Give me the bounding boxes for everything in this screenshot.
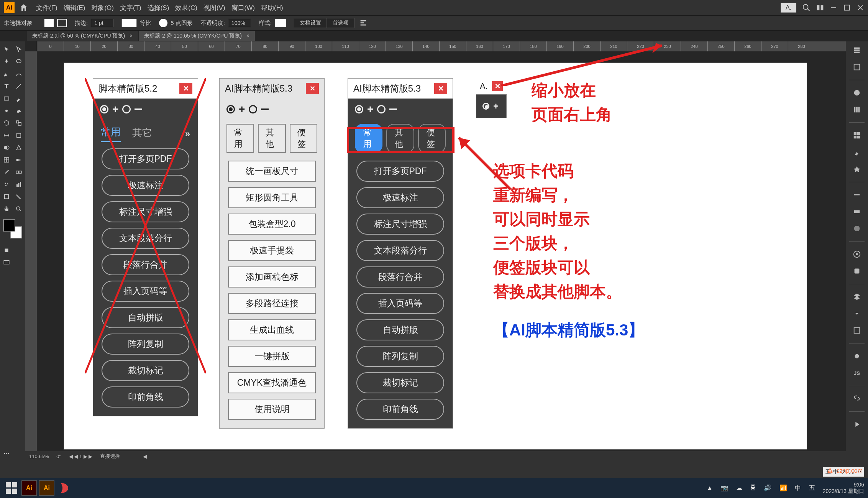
mesh-tool[interactable] xyxy=(1,154,12,166)
brushes-icon[interactable] xyxy=(851,146,863,158)
shaper-tool[interactable] xyxy=(1,105,12,117)
graph-tool[interactable] xyxy=(13,179,25,190)
stroke-panel-icon[interactable] xyxy=(851,189,863,201)
clock[interactable]: 9:06 2023/8/13 星期日 xyxy=(823,482,864,495)
plugin-icon[interactable] xyxy=(851,350,863,362)
script-button[interactable]: 文本段落分行 xyxy=(102,228,189,249)
radio-unchecked[interactable] xyxy=(249,105,257,113)
close-button[interactable]: ✕ xyxy=(492,81,503,91)
fill-swatch[interactable] xyxy=(44,19,54,27)
symbols-icon[interactable] xyxy=(851,163,863,175)
menu-select[interactable]: 选择(S) xyxy=(148,3,169,12)
scale-tool[interactable] xyxy=(13,117,25,129)
layers-icon[interactable] xyxy=(851,291,863,302)
stroke-swatch[interactable] xyxy=(57,19,67,27)
script-button[interactable]: CMYK查找潘通色 xyxy=(228,372,316,393)
direct-selection-tool[interactable] xyxy=(13,44,25,55)
tab-notes[interactable]: 便签 xyxy=(290,124,317,153)
menu-view[interactable]: 视图(V) xyxy=(203,3,225,12)
close-button[interactable]: ✕ xyxy=(179,83,192,94)
color-icon[interactable] xyxy=(851,87,863,99)
script-button[interactable]: 一键拼版 xyxy=(228,346,316,367)
radio-unchecked[interactable] xyxy=(377,105,386,113)
libraries-icon[interactable] xyxy=(851,61,863,73)
script-button[interactable]: 极速标注 xyxy=(356,187,444,208)
stroke-weight-input[interactable] xyxy=(91,19,114,27)
script-button[interactable]: 段落行合并 xyxy=(102,254,189,275)
taskbar-app-3[interactable] xyxy=(57,480,72,496)
opacity-input[interactable] xyxy=(228,19,251,27)
artboard-nav[interactable]: ◀ ◀ 1 ▶ ▶ xyxy=(69,454,93,459)
blend-tool[interactable] xyxy=(13,166,25,178)
radio-checked[interactable] xyxy=(226,105,235,113)
perspective-tool[interactable] xyxy=(13,142,25,153)
artboard-tool[interactable] xyxy=(1,191,12,202)
asset-export-icon[interactable] xyxy=(851,308,863,319)
zoom-level[interactable]: 110.65% xyxy=(29,454,49,459)
script-button[interactable]: 自动拼版 xyxy=(102,307,189,328)
tab-other[interactable]: 其它 xyxy=(132,126,152,142)
play-icon[interactable] xyxy=(851,419,863,430)
script-button[interactable]: 标注尺寸增强 xyxy=(356,214,444,235)
menu-edit[interactable]: 编辑(E) xyxy=(64,3,85,12)
taskbar-ai-2[interactable]: Ai xyxy=(39,480,54,496)
align-icon[interactable] xyxy=(359,19,368,27)
script-button[interactable]: 添加画稿色标 xyxy=(228,266,316,288)
script-button[interactable]: 打开多页PDF xyxy=(356,161,444,182)
script-button[interactable]: 阵列复制 xyxy=(102,334,189,355)
js-icon[interactable]: JS xyxy=(851,367,863,379)
line-tool[interactable] xyxy=(13,81,25,92)
taskbar-ai-1[interactable]: Ai xyxy=(21,480,37,496)
shape-builder-tool[interactable] xyxy=(1,142,12,153)
menu-type[interactable]: 文字(T) xyxy=(120,3,141,12)
close-button[interactable]: ✕ xyxy=(306,83,319,94)
radio-checked[interactable] xyxy=(100,105,108,113)
appearance-icon[interactable] xyxy=(851,248,863,260)
rotate-tool[interactable] xyxy=(1,117,12,129)
radio-unchecked[interactable] xyxy=(122,105,131,113)
gradient-tool[interactable] xyxy=(13,154,25,166)
script-button[interactable]: 多段路径连接 xyxy=(228,293,316,314)
prefs-button[interactable]: 首选项 xyxy=(327,18,354,28)
script-button[interactable]: 标注尺寸增强 xyxy=(102,201,189,222)
screen-mode[interactable] xyxy=(1,257,12,268)
uniform-swatch[interactable] xyxy=(121,19,137,27)
menu-effect[interactable]: 效果(C) xyxy=(175,3,197,12)
chevron-icon[interactable]: » xyxy=(185,128,190,139)
swatches-icon[interactable] xyxy=(851,130,863,141)
script-button[interactable]: 裁切标记 xyxy=(102,360,189,381)
properties-icon[interactable] xyxy=(851,44,863,56)
rectangle-tool[interactable] xyxy=(1,93,12,104)
script-button[interactable]: 印前角线 xyxy=(102,386,189,408)
artboards-icon[interactable] xyxy=(851,325,863,336)
color-guide-icon[interactable] xyxy=(851,104,863,115)
doc-tab-2[interactable]: 未标题-2 @ 110.65 % (CMYK/CPU 预览) × xyxy=(139,31,255,41)
style-swatch[interactable] xyxy=(275,19,286,27)
menu-file[interactable]: 文件(F) xyxy=(36,3,57,12)
width-tool[interactable] xyxy=(1,130,12,141)
pen-tool[interactable] xyxy=(1,68,12,80)
selection-tool[interactable] xyxy=(1,44,12,55)
scroll-left[interactable]: ◀ xyxy=(143,454,147,459)
script-button[interactable]: 使用说明 xyxy=(228,399,316,420)
zoom-tool[interactable] xyxy=(13,203,25,215)
brush-preview[interactable] xyxy=(159,19,167,27)
eraser-tool[interactable] xyxy=(13,105,25,117)
slice-tool[interactable] xyxy=(13,191,25,202)
script-button[interactable]: 打开多页PDF xyxy=(102,148,189,169)
tab-common[interactable]: 常用 xyxy=(101,125,121,142)
links-icon[interactable] xyxy=(851,393,863,404)
script-button[interactable]: 插入页码等 xyxy=(356,293,444,314)
gradient-panel-icon[interactable] xyxy=(851,206,863,217)
eyedropper-tool[interactable] xyxy=(1,166,12,178)
hand-tool[interactable] xyxy=(1,203,12,215)
arrange-icon[interactable] xyxy=(816,4,824,12)
curvature-tool[interactable] xyxy=(13,68,25,80)
doc-tab-1[interactable]: 未标题-2.ai @ 50 % (CMYK/CPU 预览) × xyxy=(27,31,138,41)
script-button[interactable]: 文本段落分行 xyxy=(356,240,444,261)
close-icon[interactable] xyxy=(857,4,864,12)
tray-icons[interactable]: ▲ 📷 ☁ 🗄 🔊 📶 中 五 xyxy=(707,484,818,492)
minimize-icon[interactable] xyxy=(830,4,837,12)
script-button[interactable]: 插入页码等 xyxy=(102,281,189,302)
script-button[interactable]: 极速标注 xyxy=(102,175,189,196)
